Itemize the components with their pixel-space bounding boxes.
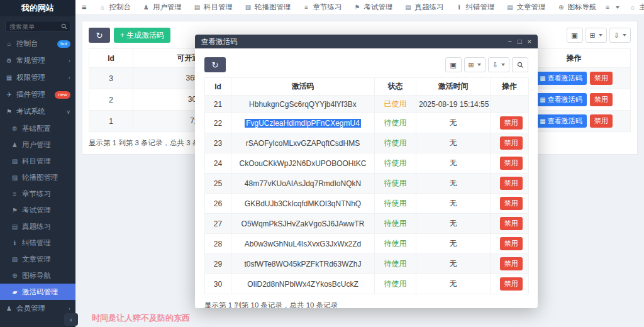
disable-button[interactable]: 禁用	[500, 116, 523, 130]
status-badge: hot	[57, 40, 70, 48]
code-text: HbhukgnCgSc6rqQYYjb4lYf3Bx	[249, 100, 357, 109]
topnav-item-label: 文章管理	[517, 3, 546, 12]
sidebar-item[interactable]: ⚙基础配置	[0, 120, 75, 136]
activation-codes-table: Id 激活码 状态 激活时间 操作 21HbhukgnCgSc6rqQYYjb4…	[204, 77, 529, 294]
topnav-item[interactable]: ℹ纠错管理	[450, 0, 501, 15]
modal-refresh-button[interactable]: ↻	[204, 57, 226, 72]
view-activation-codes-button[interactable]: ▦查看激活码	[535, 114, 586, 128]
caret-down-icon	[599, 34, 602, 36]
sidebar-item[interactable]: ♟用户管理	[0, 136, 75, 153]
disable-button[interactable]: 禁用	[500, 177, 523, 190]
col-activation-time[interactable]: 激活时间	[416, 78, 491, 96]
sidebar-item[interactable]: ℹ纠错管理	[0, 235, 75, 251]
view-icon: ▦	[540, 118, 545, 125]
cell-id: 29	[205, 254, 231, 274]
view-activation-codes-button[interactable]: ▦查看激活码	[535, 72, 586, 85]
sidebar-item[interactable]: ✈插件管理new	[0, 86, 75, 103]
cell-actions: 禁用	[491, 274, 529, 294]
table-row: 22FvgUCzleaHdimdlpPFnCXegmU4待使用无禁用	[205, 113, 529, 133]
code-text: GKBdUJb3CkIcqfdMKOI3qNTNhQ	[245, 199, 361, 208]
disable-button[interactable]: 禁用	[500, 197, 523, 210]
maximize-icon[interactable]: □	[518, 38, 522, 45]
view-icon: ▦	[540, 75, 545, 82]
topnav-item[interactable]: ▤真题练习	[399, 0, 450, 15]
col-code[interactable]: 激活码	[231, 78, 375, 96]
sidebar-menu: ⌂控制台hot⚙常规管理‹▦权限管理‹✈插件管理new⚑考试系统∨⚙基础配置♟用…	[0, 35, 75, 327]
modal-header[interactable]: 查看激活码 − □ ×	[195, 35, 538, 48]
cell-status: 待使用	[375, 153, 416, 174]
topnav-item[interactable]: ▤文章管理	[501, 0, 552, 15]
disable-button[interactable]: 禁用	[590, 93, 613, 106]
sidebar-item[interactable]: ⚙常规管理‹	[0, 52, 75, 69]
site-title: 我的网站	[0, 0, 75, 16]
main-table-tools: ▣ ⊞ ⇩	[567, 28, 631, 43]
minimize-icon[interactable]: −	[508, 38, 511, 45]
topnav-item[interactable]: ⊕图标导航	[552, 0, 602, 15]
chevron-left-icon: ‹	[69, 75, 70, 81]
card-view-button[interactable]: ▣	[567, 28, 583, 43]
modal-table-body: 21HbhukgnCgSc6rqQYYjb4lYf3Bx已使用2025-08-1…	[205, 96, 529, 294]
topnav-item[interactable]: ≡章节练习	[297, 0, 348, 15]
sidebar-item[interactable]: ▨轮播图管理	[0, 169, 75, 186]
disable-button[interactable]: 禁用	[500, 277, 523, 291]
topnav-item[interactable]: ♟用户管理	[136, 0, 187, 15]
search-toggle-button[interactable]	[512, 57, 528, 72]
col-status[interactable]: 状态	[375, 78, 416, 96]
disable-button[interactable]: 禁用	[500, 237, 523, 250]
search-icon	[61, 23, 67, 31]
sidebar-item[interactable]: ▰激活码管理	[0, 284, 75, 300]
topnav-item[interactable]: ⚑考试管理	[348, 0, 399, 15]
generate-code-button[interactable]: +生成激活码	[114, 28, 170, 43]
cell-activation-time: 无	[416, 174, 491, 194]
plugin-icon: ✈	[5, 91, 13, 98]
sidebar-item[interactable]: ≡章节练习	[0, 186, 75, 202]
disable-button[interactable]: 禁用	[500, 257, 523, 270]
user-icon: ♟	[142, 4, 150, 11]
sidebar-item-label: 考试管理	[22, 206, 51, 215]
cell-actions: 禁用	[491, 153, 529, 174]
disable-button[interactable]: 禁用	[590, 72, 613, 85]
sidebar-item[interactable]: ⚑考试系统∨	[0, 103, 75, 120]
table-row: 30OIiD2d8nNPbiWx4ZYkosBcUckZ待使用无禁用	[205, 274, 529, 294]
caret-down-icon	[616, 6, 619, 9]
cell-id: 3	[89, 68, 133, 89]
disable-button[interactable]: 禁用	[500, 136, 523, 150]
columns-dropdown-button[interactable]: ⊞	[586, 28, 607, 43]
sidebar-item[interactable]: ⚑考试管理	[0, 202, 75, 218]
quick-menu-button[interactable]: ≡	[602, 0, 621, 15]
cell-code: HbhukgnCgSc6rqQYYjb4lYf3Bx	[231, 96, 375, 113]
hamburger-icon[interactable]: ≡	[75, 3, 93, 12]
sidebar: 我的网站 ⌂控制台hot⚙常规管理‹▦权限管理‹✈插件管理new⚑考试系统∨⚙基…	[0, 0, 75, 327]
topnav-item[interactable]: ⌂控制台	[93, 0, 137, 15]
col-id[interactable]: Id	[89, 49, 133, 68]
status-badge: new	[55, 91, 70, 99]
sidebar-item[interactable]: ⌂控制台hot	[0, 35, 75, 52]
col-actions[interactable]: 操作	[491, 78, 529, 96]
permissions-icon: ▦	[5, 74, 13, 81]
refresh-icon: ↻	[96, 31, 103, 40]
view-activation-codes-button[interactable]: ▦查看激活码	[535, 93, 586, 106]
disable-button[interactable]: 禁用	[500, 217, 523, 230]
disable-button[interactable]: 禁用	[500, 157, 523, 170]
sidebar-item[interactable]: ▦权限管理‹	[0, 69, 75, 86]
sidebar-item[interactable]: ▤真题练习	[0, 218, 75, 235]
home-link[interactable]: ⌂主页	[628, 0, 644, 15]
disable-button[interactable]: 禁用	[590, 114, 613, 128]
sidebar-item-label: 轮播图管理	[22, 173, 58, 182]
col-id[interactable]: Id	[205, 78, 231, 96]
cell-actions: 禁用	[491, 113, 529, 133]
sidebar-item[interactable]: ▤文章管理	[0, 251, 75, 267]
export-dropdown-button[interactable]: ⇩	[609, 28, 631, 43]
sidebar-item[interactable]: ▤科目管理	[0, 153, 75, 169]
refresh-button[interactable]: ↻	[89, 28, 110, 43]
export-dropdown-button[interactable]: ⇩	[488, 57, 509, 72]
topnav-item[interactable]: ▤科目管理	[187, 0, 238, 15]
cell-status: 待使用	[375, 133, 416, 153]
cell-code: Ab0w3wGhNuL4IsXvxG3JxWx2Zd	[231, 234, 375, 254]
article-icon: ▤	[506, 4, 514, 11]
close-icon[interactable]: ×	[528, 38, 531, 45]
card-view-button[interactable]: ▣	[445, 57, 462, 72]
topnav-item[interactable]: ▨轮播图管理	[238, 0, 297, 15]
columns-dropdown-button[interactable]: ⊞	[464, 57, 486, 72]
sidebar-item[interactable]: ⊕图标导航	[0, 267, 75, 284]
